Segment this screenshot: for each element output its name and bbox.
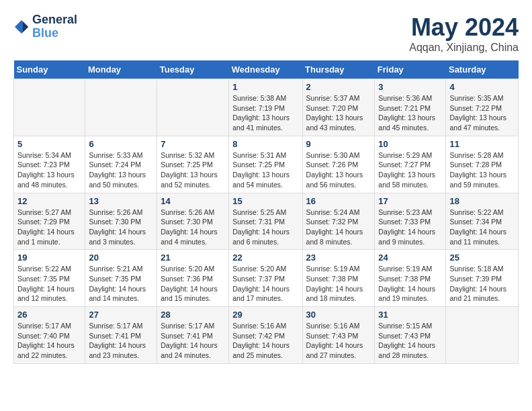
day-number: 14 xyxy=(161,196,225,206)
cell-content: Sunrise: 5:20 AMSunset: 7:36 PMDaylight:… xyxy=(161,264,225,304)
weekday-header: Friday xyxy=(375,60,446,79)
calendar-cell: 4Sunrise: 5:35 AMSunset: 7:22 PMDaylight… xyxy=(446,79,519,136)
day-number: 30 xyxy=(306,310,371,320)
cell-content: Sunrise: 5:19 AMSunset: 7:38 PMDaylight:… xyxy=(306,264,371,304)
day-number: 16 xyxy=(306,196,371,206)
calendar-table: SundayMondayTuesdayWednesdayThursdayFrid… xyxy=(13,60,519,364)
calendar-cell: 11Sunrise: 5:28 AMSunset: 7:28 PMDayligh… xyxy=(446,136,519,193)
day-number: 1 xyxy=(232,82,298,92)
cell-content: Sunrise: 5:16 AMSunset: 7:43 PMDaylight:… xyxy=(306,321,371,361)
calendar-cell: 6Sunrise: 5:33 AMSunset: 7:24 PMDaylight… xyxy=(85,136,157,193)
calendar-cell: 2Sunrise: 5:37 AMSunset: 7:20 PMDaylight… xyxy=(302,79,375,136)
cell-content: Sunrise: 5:28 AMSunset: 7:28 PMDaylight:… xyxy=(449,150,515,190)
calendar-week-row: 5Sunrise: 5:34 AMSunset: 7:23 PMDaylight… xyxy=(14,136,519,193)
logo-icon xyxy=(13,19,30,35)
day-number: 26 xyxy=(17,310,81,320)
day-number: 22 xyxy=(232,253,298,263)
cell-content: Sunrise: 5:23 AMSunset: 7:33 PMDaylight:… xyxy=(378,208,442,247)
cell-content: Sunrise: 5:36 AMSunset: 7:21 PMDaylight:… xyxy=(378,93,442,133)
logo: General Blue xyxy=(13,13,77,40)
weekday-header: Thursday xyxy=(302,60,375,79)
calendar-cell: 29Sunrise: 5:16 AMSunset: 7:42 PMDayligh… xyxy=(229,307,302,364)
cell-content: Sunrise: 5:22 AMSunset: 7:35 PMDaylight:… xyxy=(17,264,81,304)
day-number: 17 xyxy=(378,196,442,206)
calendar-cell: 7Sunrise: 5:32 AMSunset: 7:25 PMDaylight… xyxy=(157,136,229,193)
day-number: 28 xyxy=(161,310,225,320)
day-number: 4 xyxy=(449,82,515,92)
weekday-header: Saturday xyxy=(446,60,519,79)
weekday-header: Sunday xyxy=(14,60,85,79)
svg-marker-1 xyxy=(23,21,28,32)
day-number: 8 xyxy=(232,139,298,149)
cell-content: Sunrise: 5:24 AMSunset: 7:32 PMDaylight:… xyxy=(306,208,371,247)
calendar-cell: 14Sunrise: 5:26 AMSunset: 7:30 PMDayligh… xyxy=(157,193,229,250)
calendar-cell: 24Sunrise: 5:19 AMSunset: 7:38 PMDayligh… xyxy=(375,250,446,307)
cell-content: Sunrise: 5:16 AMSunset: 7:42 PMDaylight:… xyxy=(232,321,298,361)
day-number: 31 xyxy=(378,310,442,320)
day-number: 3 xyxy=(378,82,442,92)
logo-line2: Blue xyxy=(32,27,77,40)
day-number: 20 xyxy=(89,253,153,263)
cell-content: Sunrise: 5:31 AMSunset: 7:25 PMDaylight:… xyxy=(232,150,298,190)
cell-content: Sunrise: 5:38 AMSunset: 7:19 PMDaylight:… xyxy=(232,93,298,133)
cell-content: Sunrise: 5:33 AMSunset: 7:24 PMDaylight:… xyxy=(89,150,153,190)
cell-content: Sunrise: 5:30 AMSunset: 7:26 PMDaylight:… xyxy=(306,150,371,190)
day-number: 24 xyxy=(378,253,442,263)
cell-content: Sunrise: 5:17 AMSunset: 7:40 PMDaylight:… xyxy=(17,321,81,361)
calendar-cell: 30Sunrise: 5:16 AMSunset: 7:43 PMDayligh… xyxy=(302,307,375,364)
calendar-cell xyxy=(85,79,157,136)
day-number: 18 xyxy=(449,196,515,206)
cell-content: Sunrise: 5:22 AMSunset: 7:34 PMDaylight:… xyxy=(449,208,515,247)
cell-content: Sunrise: 5:26 AMSunset: 7:30 PMDaylight:… xyxy=(161,208,225,247)
cell-content: Sunrise: 5:17 AMSunset: 7:41 PMDaylight:… xyxy=(161,321,225,361)
calendar-cell: 31Sunrise: 5:15 AMSunset: 7:43 PMDayligh… xyxy=(375,307,446,364)
header: General Blue May 2024 Aqqan, Xinjiang, C… xyxy=(13,13,519,54)
cell-content: Sunrise: 5:17 AMSunset: 7:41 PMDaylight:… xyxy=(89,321,153,361)
cell-content: Sunrise: 5:32 AMSunset: 7:25 PMDaylight:… xyxy=(161,150,225,190)
day-number: 19 xyxy=(17,253,81,263)
day-number: 12 xyxy=(17,196,81,206)
weekday-header: Tuesday xyxy=(157,60,229,79)
calendar-cell: 17Sunrise: 5:23 AMSunset: 7:33 PMDayligh… xyxy=(375,193,446,250)
cell-content: Sunrise: 5:34 AMSunset: 7:23 PMDaylight:… xyxy=(17,150,81,190)
calendar-cell: 8Sunrise: 5:31 AMSunset: 7:25 PMDaylight… xyxy=(229,136,302,193)
calendar-cell: 21Sunrise: 5:20 AMSunset: 7:36 PMDayligh… xyxy=(157,250,229,307)
cell-content: Sunrise: 5:29 AMSunset: 7:27 PMDaylight:… xyxy=(378,150,442,190)
calendar-cell: 28Sunrise: 5:17 AMSunset: 7:41 PMDayligh… xyxy=(157,307,229,364)
weekday-header: Wednesday xyxy=(229,60,302,79)
calendar-week-row: 1Sunrise: 5:38 AMSunset: 7:19 PMDaylight… xyxy=(14,79,519,136)
cell-content: Sunrise: 5:25 AMSunset: 7:31 PMDaylight:… xyxy=(232,208,298,247)
cell-content: Sunrise: 5:15 AMSunset: 7:43 PMDaylight:… xyxy=(378,321,442,361)
cell-content: Sunrise: 5:26 AMSunset: 7:30 PMDaylight:… xyxy=(89,208,153,247)
cell-content: Sunrise: 5:21 AMSunset: 7:35 PMDaylight:… xyxy=(89,264,153,304)
cell-content: Sunrise: 5:20 AMSunset: 7:37 PMDaylight:… xyxy=(232,264,298,304)
day-number: 27 xyxy=(89,310,153,320)
calendar-cell: 27Sunrise: 5:17 AMSunset: 7:41 PMDayligh… xyxy=(85,307,157,364)
calendar-cell xyxy=(446,307,519,364)
calendar-cell xyxy=(14,79,85,136)
logo-line1: General xyxy=(32,13,77,27)
cell-content: Sunrise: 5:35 AMSunset: 7:22 PMDaylight:… xyxy=(449,93,515,133)
weekday-header-row: SundayMondayTuesdayWednesdayThursdayFrid… xyxy=(14,60,519,79)
calendar-cell: 1Sunrise: 5:38 AMSunset: 7:19 PMDaylight… xyxy=(229,79,302,136)
calendar-cell: 16Sunrise: 5:24 AMSunset: 7:32 PMDayligh… xyxy=(302,193,375,250)
calendar-cell: 20Sunrise: 5:21 AMSunset: 7:35 PMDayligh… xyxy=(85,250,157,307)
calendar-cell: 5Sunrise: 5:34 AMSunset: 7:23 PMDaylight… xyxy=(14,136,85,193)
calendar-cell xyxy=(157,79,229,136)
calendar-week-row: 12Sunrise: 5:27 AMSunset: 7:29 PMDayligh… xyxy=(14,193,519,250)
weekday-header: Monday xyxy=(85,60,157,79)
calendar-cell: 9Sunrise: 5:30 AMSunset: 7:26 PMDaylight… xyxy=(302,136,375,193)
day-number: 9 xyxy=(306,139,371,149)
calendar-cell: 19Sunrise: 5:22 AMSunset: 7:35 PMDayligh… xyxy=(14,250,85,307)
day-number: 2 xyxy=(306,82,371,92)
day-number: 21 xyxy=(161,253,225,263)
calendar-cell: 25Sunrise: 5:18 AMSunset: 7:39 PMDayligh… xyxy=(446,250,519,307)
calendar-cell: 22Sunrise: 5:20 AMSunset: 7:37 PMDayligh… xyxy=(229,250,302,307)
calendar-cell: 10Sunrise: 5:29 AMSunset: 7:27 PMDayligh… xyxy=(375,136,446,193)
calendar-cell: 13Sunrise: 5:26 AMSunset: 7:30 PMDayligh… xyxy=(85,193,157,250)
day-number: 29 xyxy=(232,310,298,320)
cell-content: Sunrise: 5:19 AMSunset: 7:38 PMDaylight:… xyxy=(378,264,442,304)
location-title: Aqqan, Xinjiang, China xyxy=(409,42,519,54)
cell-content: Sunrise: 5:18 AMSunset: 7:39 PMDaylight:… xyxy=(449,264,515,304)
day-number: 13 xyxy=(89,196,153,206)
